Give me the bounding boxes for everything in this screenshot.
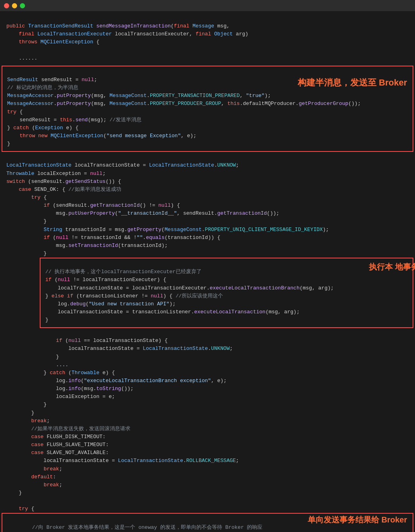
code-block-4: if (null == localTransactionState) { loc… bbox=[0, 328, 415, 513]
code-block-2: LocalTransactionState localTransactionSt… bbox=[0, 152, 415, 258]
code-container: public TransactionSendResult sendMessage… bbox=[0, 11, 415, 532]
annotation-build-half-msg: 构建半消息，发送至 Broker bbox=[298, 77, 407, 89]
title-bar bbox=[0, 0, 415, 11]
code-block: public TransactionSendResult sendMessage… bbox=[0, 11, 415, 66]
code-block-3: // 执行本地事务，这个localTransactionExecuter已经废弃… bbox=[45, 260, 408, 324]
highlight-box-execute-local-tx: // 执行本地事务，这个localTransactionExecuter已经废弃… bbox=[40, 258, 413, 328]
annotation-execute-local-tx: 执行本 地事务 bbox=[369, 262, 415, 272]
annotation-send-tx-result: 单向发送事务结果给 Broker bbox=[308, 515, 407, 525]
minimize-button[interactable] bbox=[12, 3, 17, 8]
maximize-button[interactable] bbox=[20, 3, 25, 8]
close-button[interactable] bbox=[4, 3, 9, 8]
